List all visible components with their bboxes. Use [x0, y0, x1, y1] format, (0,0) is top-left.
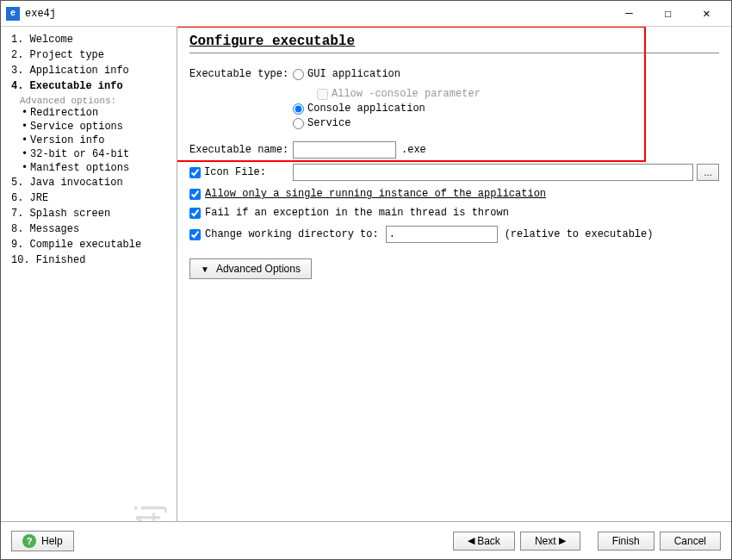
step-messages[interactable]: 8. Messages — [8, 221, 170, 237]
step-jre[interactable]: 6. JRE — [8, 190, 170, 206]
radio-gui[interactable]: GUI application — [293, 68, 400, 80]
fail-exception-label: Fail if an exception in the main thread … — [205, 207, 509, 219]
cancel-label: Cancel — [674, 535, 706, 547]
executable-type-label: Executable type: — [189, 68, 293, 80]
executable-name-label: Executable name: — [189, 144, 293, 156]
watermark: exe4j — [129, 504, 168, 521]
close-button[interactable]: ✕ — [687, 2, 726, 26]
step-finished[interactable]: 10. Finished — [8, 252, 170, 268]
ellipsis-icon: … — [704, 168, 712, 177]
radio-console[interactable]: Console application — [293, 103, 425, 115]
radio-gui-input[interactable] — [293, 69, 304, 80]
executable-name-input[interactable] — [293, 141, 396, 159]
step-compile-executable[interactable]: 9. Compile executable — [8, 237, 170, 252]
page-heading: Configure executable — [189, 34, 719, 53]
fail-exception-checkbox[interactable] — [189, 208, 201, 219]
main-window: e exe4j ─ ☐ ✕ 1. Welcome 2. Project type… — [0, 0, 732, 560]
allow-console-label: Allow -console parameter — [332, 88, 481, 100]
arrow-left-icon: ◀ — [468, 535, 477, 546]
main-panel: Configure executable Executable type: GU… — [177, 27, 731, 521]
radio-console-input[interactable] — [293, 103, 304, 115]
chevron-down-icon: ▼ — [201, 264, 209, 274]
help-label: Help — [41, 535, 63, 547]
substep-32-64-bit[interactable]: 32-bit or 64-bit — [8, 147, 170, 161]
maximize-button[interactable]: ☐ — [648, 2, 687, 26]
step-executable-info[interactable]: 4. Executable info — [8, 78, 170, 94]
help-button[interactable]: ? Help — [11, 531, 74, 551]
wizard-sidebar: 1. Welcome 2. Project type 3. Applicatio… — [1, 27, 177, 521]
cancel-button[interactable]: Cancel — [660, 532, 721, 551]
minimize-button[interactable]: ─ — [610, 2, 648, 26]
next-button[interactable]: Next ▶ — [520, 532, 580, 551]
change-cwd-input[interactable] — [386, 226, 498, 243]
radio-service-label: Service — [307, 117, 350, 129]
single-instance-label[interactable]: Allow only a single running instance of … — [205, 188, 546, 200]
advanced-options-heading: Advanced options: — [8, 94, 170, 106]
executable-ext-label: .exe — [401, 144, 426, 156]
step-application-info[interactable]: 3. Application info — [8, 63, 170, 78]
arrow-right-icon: ▶ — [556, 535, 566, 546]
step-project-type[interactable]: 2. Project type — [8, 47, 170, 63]
window-title: exe4j — [25, 8, 610, 20]
window-controls: ─ ☐ ✕ — [610, 2, 726, 26]
step-welcome[interactable]: 1. Welcome — [8, 32, 170, 47]
advanced-options-button[interactable]: ▼ Advanced Options — [189, 258, 312, 279]
back-label: Back — [477, 535, 500, 547]
titlebar: e exe4j ─ ☐ ✕ — [1, 1, 731, 27]
app-icon: e — [6, 7, 20, 21]
single-instance-checkbox[interactable] — [189, 189, 201, 200]
icon-file-browse-button[interactable]: … — [697, 164, 719, 181]
substep-manifest-options[interactable]: Manifest options — [8, 161, 170, 175]
icon-file-checkbox[interactable] — [189, 167, 201, 178]
icon-file-label: Icon File: — [204, 166, 266, 178]
icon-file-check-wrap[interactable]: Icon File: — [189, 166, 293, 178]
allow-console-checkbox — [317, 89, 328, 100]
next-label: Next — [535, 535, 556, 547]
finish-button[interactable]: Finish — [598, 532, 654, 551]
radio-service-input[interactable] — [293, 118, 304, 129]
help-icon: ? — [22, 534, 36, 548]
relative-hint: (relative to executable) — [505, 228, 654, 240]
substep-redirection[interactable]: Redirection — [8, 106, 170, 120]
icon-file-input[interactable] — [293, 164, 693, 181]
change-cwd-label: Change working directory to: — [205, 228, 379, 240]
radio-console-label: Console application — [307, 103, 425, 115]
advanced-options-label: Advanced Options — [216, 263, 301, 275]
change-cwd-checkbox[interactable] — [189, 229, 201, 240]
wizard-footer: ? Help ◀ Back Next ▶ Finish Cancel — [1, 521, 731, 559]
finish-label: Finish — [612, 535, 640, 547]
step-splash-screen[interactable]: 7. Splash screen — [8, 206, 170, 221]
content-area: 1. Welcome 2. Project type 3. Applicatio… — [1, 27, 731, 521]
step-java-invocation[interactable]: 5. Java invocation — [8, 175, 170, 190]
radio-service[interactable]: Service — [293, 117, 350, 129]
substep-version-info[interactable]: Version info — [8, 134, 170, 147]
substep-service-options[interactable]: Service options — [8, 120, 170, 134]
radio-gui-label: GUI application — [307, 68, 400, 80]
back-button[interactable]: ◀ Back — [453, 532, 515, 551]
